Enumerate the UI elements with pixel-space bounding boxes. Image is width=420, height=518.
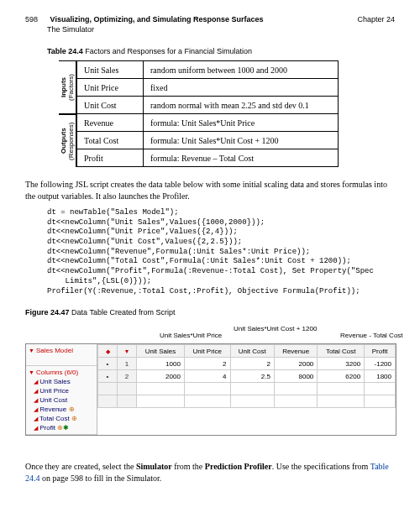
cell: Unit Cost [77, 97, 144, 114]
table-caption-text: Factors and Responses for a Financial Si… [83, 47, 252, 55]
grid-col-header[interactable]: Total Cost [318, 345, 365, 358]
grid-col-header[interactable]: Unit Price [184, 345, 230, 358]
grid-col-header[interactable]: Unit Sales [137, 345, 185, 358]
grid-col-header[interactable]: Unit Cost [230, 345, 274, 358]
table-row[interactable]: • 1 1000 2 2 2000 3200 -1200 [98, 358, 396, 370]
cell: Unit Sales [77, 61, 144, 79]
grid-cell[interactable]: 2.5 [230, 370, 274, 383]
column-item[interactable]: ◢ Unit Price [29, 386, 94, 395]
cell: formula: Unit Sales*Unit Cost + 1200 [144, 132, 339, 149]
column-item[interactable]: ◢ Revenue ⊕ [29, 405, 94, 414]
text: from the [172, 462, 205, 471]
grid-cell[interactable]: 1000 [137, 358, 185, 370]
columns-count: Columns (6/0) [36, 369, 78, 376]
column-icon: ◢ [34, 425, 38, 431]
column-item[interactable]: ◢ Profit ⊕✱ [29, 423, 94, 432]
model-name: Sales Model [36, 347, 73, 354]
column-icon: ◢ [34, 416, 38, 421]
column-name: Profit [39, 424, 55, 432]
outputs-label: Outputs (Responses) [59, 114, 76, 167]
row-marker[interactable]: • [98, 370, 118, 383]
callout: Unit Sales*Unit Price [160, 332, 222, 339]
code-block: dt = newTable("Sales Model"); dt<<newCol… [47, 208, 395, 296]
page-subtitle: The Simulator [47, 25, 395, 34]
callout: Revenue - Total Cost [340, 332, 403, 339]
cell: random normal with mean 2.25 and std dev… [144, 97, 339, 114]
page-title: Visualizing, Optimizing, and Simulating … [50, 15, 264, 24]
grid-corner[interactable]: ▼ [118, 345, 137, 358]
factors-table: Inputs (Factors) Outputs (Responses) Uni… [59, 60, 395, 167]
grid-cell[interactable]: 6200 [318, 370, 365, 383]
table-row[interactable]: • 2 2000 4 2.5 8000 6200 1800 [98, 370, 396, 383]
disclosure-icon[interactable]: ▼ [29, 348, 34, 353]
cell: Total Cost [77, 132, 144, 149]
columns-header[interactable]: ▼Columns (6/0) [29, 368, 94, 377]
grid-corner[interactable]: ◆ [98, 345, 118, 358]
cell: formula: Unit Sales*Unit Price [144, 114, 339, 132]
inputs-label-main: Inputs [60, 77, 67, 97]
text-bold: Simulator [136, 462, 172, 471]
grid-cell[interactable]: 2 [184, 358, 230, 370]
column-name: Total Cost [39, 415, 70, 422]
text: on page 598 to fill in the Simulator. [40, 474, 162, 483]
grid-cell[interactable]: 2 [230, 358, 274, 370]
text: . Use the specifications from [272, 462, 370, 471]
cell: Revenue [77, 114, 144, 132]
diamond-icon: ◆ [106, 348, 110, 354]
grid-cell[interactable]: 1800 [365, 370, 396, 383]
column-icon: ◢ [34, 379, 38, 385]
column-name: Unit Price [39, 387, 69, 395]
text-bold: Prediction Profiler [205, 462, 272, 471]
formula-icon: ⊕ [71, 415, 77, 422]
column-icon: ◢ [34, 397, 38, 403]
row-marker[interactable]: • [98, 358, 118, 370]
cell: formula: Revenue – Total Cost [144, 149, 339, 167]
paragraph: Once they are created, select the Simula… [25, 461, 395, 484]
inputs-label: Inputs (Factors) [59, 60, 76, 114]
column-item[interactable]: ◢ Total Cost ⊕ [29, 414, 94, 423]
data-table: ▼Sales Model ▼Columns (6/0) ◢ Unit Sales… [25, 343, 396, 436]
chapter-label: Chapter 24 [357, 15, 395, 24]
column-name: Revenue [39, 406, 66, 413]
outputs-label-sub: (Responses) [67, 122, 75, 160]
grid-cell[interactable]: 2000 [274, 358, 317, 370]
figure-caption: Figure 24.47 Data Table Created from Scr… [25, 308, 395, 317]
grid-cell[interactable]: 4 [184, 370, 230, 383]
column-item[interactable]: ◢ Unit Sales [29, 377, 94, 386]
column-icon: ◢ [34, 388, 38, 394]
column-item[interactable]: ◢ Unit Cost [29, 395, 94, 405]
column-icon: ◢ [34, 406, 38, 412]
figure-caption-text: Data Table Created from Script [70, 308, 176, 317]
spec-icon: ✱ [63, 424, 69, 432]
callout-row: Unit Sales*Unit Price Unit Sales*Unit Co… [42, 325, 395, 343]
table-number: Table 24.4 [47, 47, 83, 55]
grid-cell[interactable]: 2000 [137, 370, 185, 383]
callout: Unit Sales*Unit Cost + 1200 [234, 325, 317, 332]
grid-col-header[interactable]: Revenue [274, 345, 317, 358]
data-grid[interactable]: ◆ ▼ Unit Sales Unit Price Unit Cost Reve… [97, 344, 396, 408]
disclosure-icon[interactable]: ▼ [29, 369, 34, 375]
table-caption: Table 24.4 Factors and Responses for a F… [47, 47, 395, 55]
column-name: Unit Sales [39, 378, 70, 385]
row-number[interactable]: 1 [118, 358, 137, 370]
text: Once they are created, select the [25, 462, 136, 471]
page-number: 598 [25, 15, 38, 24]
data-table-side-panel: ▼Sales Model ▼Columns (6/0) ◢ Unit Sales… [26, 344, 97, 435]
formula-icon: ⊕ [69, 406, 75, 413]
paragraph: The following JSL script creates the dat… [25, 179, 395, 201]
column-name: Unit Cost [39, 396, 67, 404]
row-number[interactable]: 2 [118, 370, 137, 383]
grid-cell[interactable]: 8000 [274, 370, 317, 383]
cell: fixed [144, 79, 339, 97]
cell: Unit Price [77, 79, 144, 97]
cell: Profit [77, 149, 144, 167]
grid-col-header[interactable]: Profit [365, 345, 396, 358]
outputs-label-main: Outputs [60, 128, 67, 154]
grid-cell[interactable]: -1200 [365, 358, 396, 370]
grid-cell[interactable]: 3200 [318, 358, 365, 370]
model-name-header[interactable]: ▼Sales Model [29, 346, 94, 355]
inputs-label-sub: (Factors) [67, 74, 75, 101]
figure-number: Figure 24.47 [25, 308, 70, 317]
triangle-icon: ▼ [124, 348, 130, 354]
cell: random uniform between 1000 and 2000 [144, 61, 339, 79]
